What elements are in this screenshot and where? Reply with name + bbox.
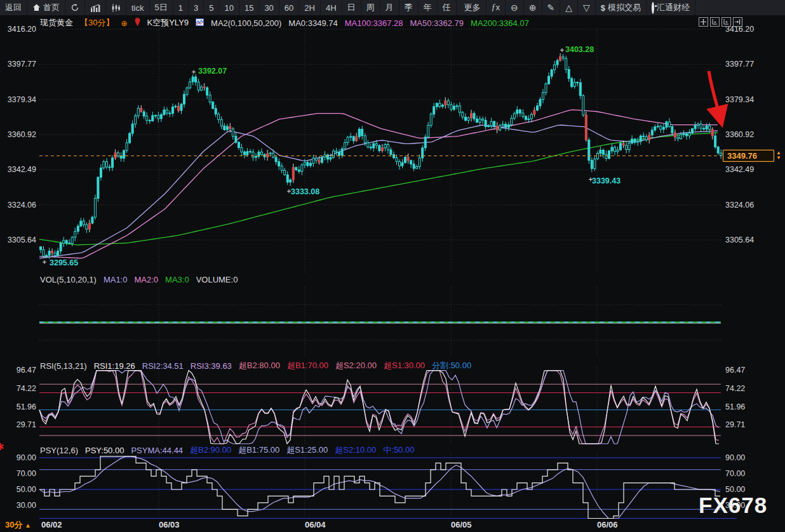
mini-chart-icon[interactable] <box>196 18 204 28</box>
candle-chart-icon <box>111 4 121 12</box>
psy-oversold2: 超S2:10.00 <box>335 444 376 456</box>
add-circle-icon[interactable]: ⊕ <box>121 18 127 28</box>
svg-text:3397.77: 3397.77 <box>725 60 754 69</box>
toolbar-label: 3 <box>194 3 198 13</box>
toolbar-zoom-in[interactable]: ⊕ <box>524 0 542 15</box>
volume-header: VOL(5,10,20,1)MA1:0MA2:0MA3:0VOLUME:0 <box>40 275 238 284</box>
toolbar-fx[interactable]: ƒx <box>486 0 506 15</box>
toolbar-draw[interactable]: ✎ <box>542 0 561 15</box>
toolbar-period-4h[interactable]: 4H <box>321 0 342 15</box>
toolbar-period-15[interactable]: 15 <box>239 0 259 15</box>
ma100-value: MA100:3367.28 <box>345 18 403 28</box>
toolbar-label: 年 <box>424 2 432 13</box>
main-chart-header: 现货黄金【30分】⊕K空预YLY9MA2(0,100,50,200)MA0:33… <box>40 17 529 29</box>
toolbar-label: tick <box>131 3 144 13</box>
toolbar-period-week[interactable]: 周 <box>361 0 380 15</box>
svg-text:96.47: 96.47 <box>17 366 36 375</box>
rsi3-value: RSI3:39.63 <box>191 361 232 371</box>
svg-text:3403.28: 3403.28 <box>565 45 594 54</box>
toolbar-period-day[interactable]: 日 <box>342 0 361 15</box>
period-label: 【30分】 <box>80 17 114 29</box>
axis-left-icon[interactable] <box>710 17 720 27</box>
axis-right-icon[interactable] <box>721 17 731 27</box>
toolbar-alert-down[interactable]: ▽ <box>578 0 596 15</box>
rsi-midline: 分割:50.00 <box>432 360 471 371</box>
rsi-overbought1: 超B1:70.00 <box>287 360 328 371</box>
vol-ma3: MA3:0 <box>165 275 189 284</box>
svg-text:3305.64: 3305.64 <box>8 236 36 244</box>
toolbar-label: 1 <box>178 3 183 13</box>
toolbar-period-30[interactable]: 30 <box>259 0 279 15</box>
alert-up-icon: △ <box>565 3 572 12</box>
toolbar-period-custom[interactable]: 任 <box>438 0 457 15</box>
move-icon[interactable] <box>699 17 708 27</box>
psy-overbought1: 超B1:75.00 <box>238 444 279 456</box>
toolbar-back[interactable]: 返回 <box>0 0 27 15</box>
svg-text:3339.43: 3339.43 <box>592 176 621 185</box>
refresh-icon <box>70 3 79 12</box>
toolbar-label: 季 <box>405 2 413 13</box>
toolbar-period-quarter[interactable]: 季 <box>399 0 419 15</box>
symbol-name: 现货黄金 <box>40 17 73 29</box>
ma50-value: MA50:3362.79 <box>410 18 464 28</box>
svg-text:3324.06: 3324.06 <box>725 201 754 209</box>
ma200-value: MA200:3364.07 <box>471 18 529 28</box>
svg-text:3379.34: 3379.34 <box>725 95 754 104</box>
psyma-value: PSYMA:44.44 <box>131 446 183 455</box>
svg-text:74.22: 74.22 <box>17 384 36 393</box>
toolbar-label: 月 <box>386 2 394 13</box>
pin-icon[interactable] <box>135 18 140 28</box>
fx678-watermark: FX678 <box>699 493 767 518</box>
toolbar-tick[interactable]: tick <box>126 0 150 15</box>
toolbar-label: 10 <box>224 3 233 13</box>
toolbar-label: 60 <box>285 3 293 13</box>
pan-right-icon[interactable] <box>733 17 742 27</box>
toolbar-label: 15 <box>245 3 253 13</box>
svg-text:29.71: 29.71 <box>17 420 36 429</box>
dollar-icon: $ <box>601 3 605 13</box>
toolbar-period-year[interactable]: 年 <box>419 0 438 15</box>
study-name: K空预YLY9 <box>147 17 189 29</box>
svg-text:3305.64: 3305.64 <box>725 236 754 244</box>
svg-text:3360.92: 3360.92 <box>8 130 36 139</box>
alert-down-icon: ▽ <box>583 3 590 12</box>
toolbar-home[interactable]: 首页 <box>27 0 65 15</box>
svg-text:51.96: 51.96 <box>725 402 745 411</box>
toolbar-label: 30 <box>264 3 273 13</box>
svg-text:▼: ▼ <box>776 155 781 161</box>
chart-axis-controls <box>699 17 742 27</box>
toolbar-period-month[interactable]: 月 <box>380 0 399 15</box>
toolbar-candle-chart[interactable] <box>106 0 126 15</box>
svg-text:06/02: 06/02 <box>41 520 62 529</box>
toolbar-period-2h[interactable]: 2H <box>299 0 321 15</box>
toolbar-period-3[interactable]: 3 <box>189 0 204 15</box>
svg-text:3333.08: 3333.08 <box>291 187 319 196</box>
toolbar-period-60[interactable]: 60 <box>279 0 299 15</box>
svg-text:51.96: 51.96 <box>17 402 36 411</box>
toolbar-zoom-out[interactable]: ⊖ <box>506 0 524 15</box>
svg-text:3342.49: 3342.49 <box>725 165 754 174</box>
svg-text:50.00: 50.00 <box>17 485 36 494</box>
toolbar-label: 汇通财经 <box>657 2 690 13</box>
toolbar-period-10[interactable]: 10 <box>219 0 239 15</box>
toolbar-sim-trade[interactable]: $模拟交易 <box>596 0 647 15</box>
psy-value: PSY:50.00 <box>85 446 124 455</box>
toolbar-period-1[interactable]: 1 <box>173 0 189 15</box>
toolbar-more[interactable]: 更多 <box>457 0 486 15</box>
svg-text:3416.20: 3416.20 <box>8 25 36 34</box>
toolbar-label: 模拟交易 <box>608 2 641 13</box>
toolbar-alert-up[interactable]: △ <box>560 0 578 15</box>
toolbar-period-5d[interactable]: 5日 <box>150 0 173 15</box>
toolbar-brand[interactable]: 汇通财经 <box>647 0 695 15</box>
svg-text:3397.77: 3397.77 <box>8 60 36 69</box>
toolbar-period-5[interactable]: 5 <box>204 0 219 15</box>
toolbar-bar-chart[interactable] <box>85 0 106 15</box>
toolbar-label: 4H <box>326 3 337 13</box>
current-price-label: 3349.76▲▼ <box>723 150 781 161</box>
period-badge[interactable]: 30分 ▲ <box>5 520 31 529</box>
toolbar-label: 任 <box>443 2 451 13</box>
svg-text:3360.92: 3360.92 <box>725 130 754 139</box>
toolbar-refresh[interactable] <box>65 0 85 15</box>
panel-settings-icon[interactable]: ✱ <box>0 441 4 453</box>
toolbar-label: 5 <box>209 3 213 13</box>
